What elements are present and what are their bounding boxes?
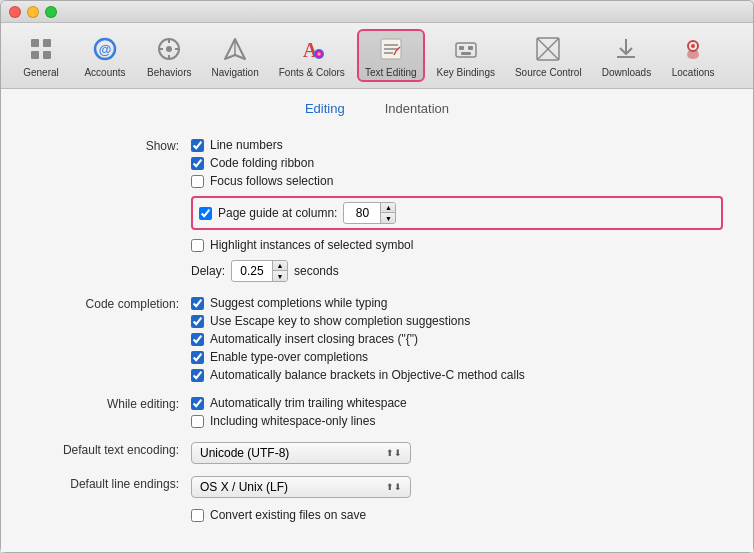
toolbar-item-key-bindings[interactable]: Key Bindings (429, 29, 503, 82)
convert-files-checkbox[interactable] (191, 509, 204, 522)
including-whitespace-checkbox[interactable] (191, 415, 204, 428)
code-folding-row: Code folding ribbon (191, 156, 723, 170)
including-whitespace-row: Including whitespace-only lines (191, 414, 723, 428)
fonts-colors-label: Fonts & Colors (279, 67, 345, 78)
behaviors-label: Behaviors (147, 67, 191, 78)
code-completion-label: Code completion: (31, 296, 191, 311)
toolbar-item-downloads[interactable]: Downloads (594, 29, 659, 82)
toolbar-item-navigation[interactable]: Navigation (203, 29, 266, 82)
suggest-completions-row: Suggest completions while typing (191, 296, 723, 310)
page-guide-row: Page guide at column: 80 ▲ ▼ (191, 196, 723, 230)
balance-brackets-label: Automatically balance brackets in Object… (210, 368, 525, 382)
trim-whitespace-label: Automatically trim trailing whitespace (210, 396, 407, 410)
tab-editing[interactable]: Editing (285, 97, 365, 122)
default-encoding-value: Unicode (UTF-8) (200, 446, 289, 460)
show-label: Show: (31, 138, 191, 153)
svg-rect-3 (43, 51, 51, 59)
default-encoding-select[interactable]: Unicode (UTF-8) ⬆⬇ (191, 442, 411, 464)
line-numbers-checkbox[interactable] (191, 139, 204, 152)
svg-rect-1 (43, 39, 51, 47)
locations-label: Locations (672, 67, 715, 78)
svg-rect-24 (468, 46, 473, 50)
default-line-endings-label: Default line endings: (31, 476, 191, 491)
page-guide-decrement[interactable]: ▼ (381, 213, 395, 223)
downloads-label: Downloads (602, 67, 651, 78)
page-guide-checkbox[interactable] (199, 207, 212, 220)
while-editing-section: While editing: Automatically trim traili… (31, 396, 723, 428)
page-guide-label: Page guide at column: (218, 206, 337, 220)
delay-unit: seconds (294, 264, 339, 278)
line-endings-select-arrows: ⬆⬇ (386, 482, 402, 492)
enable-typeover-checkbox[interactable] (191, 351, 204, 364)
delay-increment[interactable]: ▲ (273, 261, 287, 271)
enable-typeover-row: Enable type-over completions (191, 350, 723, 364)
trim-whitespace-checkbox[interactable] (191, 397, 204, 410)
focus-follows-label: Focus follows selection (210, 174, 333, 188)
minimize-button[interactable] (27, 6, 39, 18)
page-guide-increment[interactable]: ▲ (381, 203, 395, 213)
toolbar-item-source-control[interactable]: Source Control (507, 29, 590, 82)
balance-brackets-checkbox[interactable] (191, 369, 204, 382)
text-editing-label: Text Editing (365, 67, 417, 78)
default-line-endings-content: OS X / Unix (LF) ⬆⬇ Convert existing fil… (191, 476, 723, 522)
enable-typeover-label: Enable type-over completions (210, 350, 368, 364)
navigation-icon (219, 33, 251, 65)
svg-rect-25 (461, 52, 471, 55)
insert-closing-braces-checkbox[interactable] (191, 333, 204, 346)
behaviors-icon (153, 33, 185, 65)
svg-text:@: @ (99, 42, 112, 57)
code-folding-checkbox[interactable] (191, 157, 204, 170)
toolbar-item-behaviors[interactable]: Behaviors (139, 29, 199, 82)
delay-stepper: ▲ ▼ (272, 261, 287, 281)
text-editing-icon (375, 33, 407, 65)
tabs-bar: Editing Indentation (1, 89, 753, 122)
show-options: Line numbers Code folding ribbon Focus f… (191, 138, 723, 282)
fonts-colors-icon: A (296, 33, 328, 65)
suggest-completions-checkbox[interactable] (191, 297, 204, 310)
source-control-label: Source Control (515, 67, 582, 78)
default-line-endings-value: OS X / Unix (LF) (200, 480, 288, 494)
close-button[interactable] (9, 6, 21, 18)
downloads-icon (610, 33, 642, 65)
titlebar (1, 1, 753, 23)
highlight-instances-row: Highlight instances of selected symbol (191, 238, 723, 252)
delay-decrement[interactable]: ▼ (273, 271, 287, 281)
main-window: General @ Accounts (0, 0, 754, 553)
default-encoding-section: Default text encoding: Unicode (UTF-8) ⬆… (31, 442, 723, 464)
svg-point-15 (314, 49, 324, 59)
code-completion-options: Suggest completions while typing Use Esc… (191, 296, 723, 382)
source-control-icon (532, 33, 564, 65)
tab-indentation[interactable]: Indentation (365, 97, 469, 122)
focus-follows-checkbox[interactable] (191, 175, 204, 188)
svg-rect-0 (31, 39, 39, 47)
toolbar-item-text-editing[interactable]: Text Editing (357, 29, 425, 82)
key-bindings-icon (450, 33, 482, 65)
escape-key-label: Use Escape key to show completion sugges… (210, 314, 470, 328)
page-guide-input[interactable]: 80 (344, 204, 380, 222)
general-icon (25, 33, 57, 65)
page-guide-input-wrapper: 80 ▲ ▼ (343, 202, 396, 224)
toolbar-item-accounts[interactable]: @ Accounts (75, 29, 135, 82)
page-guide-stepper: ▲ ▼ (380, 203, 395, 223)
trim-whitespace-row: Automatically trim trailing whitespace (191, 396, 723, 410)
delay-input[interactable]: 0.25 (232, 262, 272, 280)
toolbar-item-locations[interactable]: Locations (663, 29, 723, 82)
content-area: Show: Line numbers Code folding ribbon F… (1, 122, 753, 552)
default-line-endings-select[interactable]: OS X / Unix (LF) ⬆⬇ (191, 476, 411, 498)
toolbar-item-fonts-colors[interactable]: A Fonts & Colors (271, 29, 353, 82)
highlight-instances-checkbox[interactable] (191, 239, 204, 252)
convert-files-row: Convert existing files on save (191, 508, 723, 522)
general-label: General (23, 67, 59, 78)
maximize-button[interactable] (45, 6, 57, 18)
escape-key-checkbox[interactable] (191, 315, 204, 328)
including-whitespace-label: Including whitespace-only lines (210, 414, 375, 428)
line-numbers-label: Line numbers (210, 138, 283, 152)
show-section: Show: Line numbers Code folding ribbon F… (31, 138, 723, 282)
toolbar-item-general[interactable]: General (11, 29, 71, 82)
toolbar: General @ Accounts (1, 23, 753, 89)
convert-files-label: Convert existing files on save (210, 508, 366, 522)
svg-rect-23 (459, 46, 464, 50)
line-numbers-row: Line numbers (191, 138, 723, 152)
balance-brackets-row: Automatically balance brackets in Object… (191, 368, 723, 382)
suggest-completions-label: Suggest completions while typing (210, 296, 387, 310)
